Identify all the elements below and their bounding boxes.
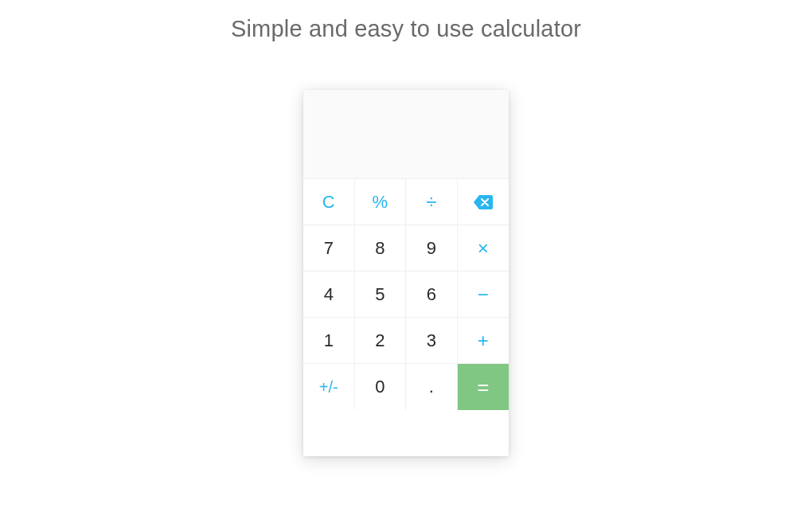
percent-button[interactable]: % xyxy=(355,179,407,225)
calculator: C % ÷ 7 8 9 × 4 5 6 − 1 2 3 + +/- 0 . = xyxy=(303,90,509,456)
page-heading: Simple and easy to use calculator xyxy=(231,16,581,42)
clear-button[interactable]: C xyxy=(303,179,355,225)
one-button[interactable]: 1 xyxy=(303,318,355,364)
calculator-display xyxy=(303,90,509,179)
three-button[interactable]: 3 xyxy=(406,318,458,364)
eight-button[interactable]: 8 xyxy=(355,225,407,272)
six-button[interactable]: 6 xyxy=(406,272,458,318)
decimal-button[interactable]: . xyxy=(406,364,458,410)
zero-button[interactable]: 0 xyxy=(355,364,407,410)
sign-button[interactable]: +/- xyxy=(303,364,355,410)
plus-button[interactable]: + xyxy=(458,318,509,364)
minus-button[interactable]: − xyxy=(458,272,509,318)
calculator-keypad: C % ÷ 7 8 9 × 4 5 6 − 1 2 3 + +/- 0 . = xyxy=(303,179,509,456)
divide-button[interactable]: ÷ xyxy=(406,179,458,225)
backspace-button[interactable] xyxy=(458,179,509,225)
two-button[interactable]: 2 xyxy=(355,318,407,364)
nine-button[interactable]: 9 xyxy=(406,225,458,272)
backspace-icon xyxy=(474,195,493,209)
equals-button[interactable]: = xyxy=(458,364,509,410)
four-button[interactable]: 4 xyxy=(303,272,355,318)
seven-button[interactable]: 7 xyxy=(303,225,355,272)
five-button[interactable]: 5 xyxy=(355,272,407,318)
multiply-button[interactable]: × xyxy=(458,225,509,272)
